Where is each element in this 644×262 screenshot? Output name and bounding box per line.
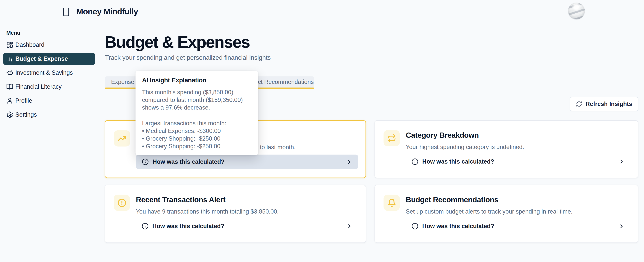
how-calculated-label: How was this calculated? <box>152 158 225 165</box>
chevron-right-icon <box>346 159 352 165</box>
header: Money Mindfully <box>0 0 644 23</box>
page-subtitle: Track your spending and get personalized… <box>105 54 271 61</box>
bar-chart-icon <box>6 55 13 62</box>
info-icon <box>142 223 148 230</box>
chevron-right-icon <box>618 223 625 229</box>
card-title: Category Breakdown <box>406 131 479 139</box>
sidebar-item-profile[interactable]: Profile <box>3 95 95 107</box>
piggy-bank-icon <box>6 69 13 76</box>
refresh-button-label: Refresh Insights <box>586 101 632 107</box>
sidebar-item-label: Dashboard <box>15 41 44 48</box>
how-calculated-label: How was this calculated? <box>422 158 494 165</box>
repeat-icon <box>384 130 400 146</box>
sidebar-item-label: Profile <box>15 97 32 104</box>
dashboard-icon <box>6 41 13 48</box>
sidebar-item-dashboard[interactable]: Dashboard <box>3 39 95 51</box>
sidebar-item-label: Financial Literacy <box>15 83 62 90</box>
how-calculated-row-spending[interactable]: How was this calculated? <box>136 155 358 169</box>
card-body-fragment: to last month. <box>260 144 296 151</box>
gear-icon <box>6 111 13 118</box>
info-icon <box>412 223 418 230</box>
sidebar-item-label: Budget & Expense <box>15 55 68 62</box>
sidebar: Menu Dashboard Budget & Expense <box>0 23 98 262</box>
how-calculated-label: How was this calculated? <box>152 223 224 230</box>
trending-up-icon <box>114 130 130 147</box>
book-open-icon <box>6 83 13 90</box>
user-avatar[interactable] <box>568 3 585 19</box>
chevron-right-icon <box>346 223 352 229</box>
card-category-breakdown: Category Breakdown Your highest spending… <box>374 120 638 178</box>
tooltip-bullet: • Grocery Shopping: -$250.00 <box>142 135 252 143</box>
how-calculated-row-transactions[interactable]: How was this calculated? <box>136 219 358 234</box>
how-calculated-row-category[interactable]: How was this calculated? <box>406 154 630 169</box>
how-calculated-row-budget[interactable]: How was this calculated? <box>406 219 630 234</box>
app-title: Money Mindfully <box>76 7 138 16</box>
card-title: Recent Transactions Alert <box>136 196 226 204</box>
info-icon <box>412 158 418 165</box>
refresh-insights-button[interactable]: Refresh Insights <box>570 97 638 111</box>
tooltip-bullet: • Grocery Shopping: -$250.00 <box>142 143 252 150</box>
bell-icon <box>384 195 400 211</box>
sidebar-item-financial-literacy[interactable]: Financial Literacy <box>3 81 95 93</box>
tooltip-list-intro: Largest transactions this month: <box>142 119 252 127</box>
user-icon <box>6 97 13 104</box>
alert-circle-icon <box>114 195 130 211</box>
tooltip-body: This month's spending ($3,850.00) compar… <box>142 88 253 111</box>
sidebar-menu-label: Menu <box>6 30 20 36</box>
card-title: Budget Recommendations <box>406 196 498 204</box>
card-body: Set up custom budget alerts to track you… <box>406 208 572 215</box>
ai-insight-tooltip: AI Insight Explanation This month's spen… <box>136 71 258 155</box>
sidebar-toggle-icon[interactable] <box>63 8 69 16</box>
sidebar-item-investment-savings[interactable]: Investment & Savings <box>3 67 95 79</box>
page-title: Budget & Expenses <box>105 32 250 51</box>
sidebar-item-label: Investment & Savings <box>15 69 73 76</box>
sidebar-item-settings[interactable]: Settings <box>3 109 95 121</box>
tooltip-title: AI Insight Explanation <box>142 77 252 84</box>
card-recent-transactions: Recent Transactions Alert You have 9 tra… <box>105 185 366 243</box>
how-calculated-label: How was this calculated? <box>422 223 494 230</box>
info-icon <box>142 158 149 165</box>
card-body: You have 9 transactions this month total… <box>136 208 279 215</box>
refresh-icon <box>576 101 582 107</box>
sidebar-item-budget-expense[interactable]: Budget & Expense <box>3 53 95 65</box>
sidebar-nav: Dashboard Budget & Expense Investment & … <box>0 39 98 123</box>
card-body: Your highest spending category is undefi… <box>406 144 524 151</box>
tooltip-bullet: • Medical Expenses: -$300.00 <box>142 127 252 135</box>
card-budget-recommendations: Budget Recommendations Set up custom bud… <box>374 185 638 243</box>
chevron-right-icon <box>618 159 625 165</box>
sidebar-item-label: Settings <box>15 111 37 118</box>
